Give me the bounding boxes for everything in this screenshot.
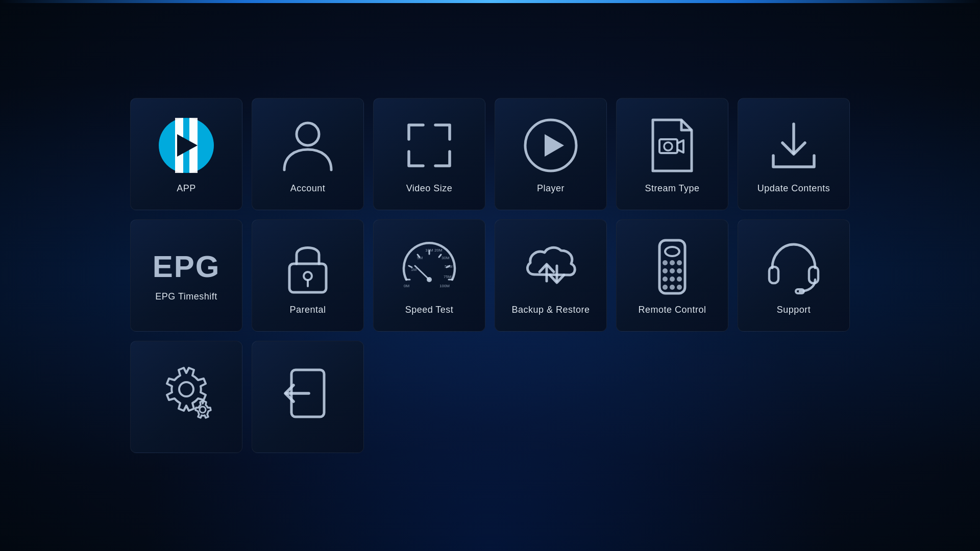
stream-type-label: Stream Type — [645, 183, 699, 194]
svg-text:1M: 1M — [411, 267, 416, 272]
tile-video-size[interactable]: Video Size — [373, 98, 485, 210]
svg-point-45 — [663, 277, 668, 282]
tile-epg-timeshift[interactable]: EPG EPG Timeshift — [130, 219, 242, 332]
svg-rect-14 — [289, 264, 326, 292]
tile-remote-control[interactable]: Remote Control — [616, 219, 728, 332]
tile-speed-test[interactable]: 0M 1M 5M 10M 20M 30M 50M 75M 100M Speed … — [373, 219, 485, 332]
exit-icon — [277, 363, 338, 424]
tile-settings[interactable] — [130, 341, 242, 453]
video-size-label: Video Size — [406, 183, 453, 194]
svg-text:10M: 10M — [425, 248, 433, 253]
video-size-icon — [399, 115, 460, 176]
player-icon — [520, 115, 581, 176]
svg-text:75M: 75M — [444, 274, 452, 279]
svg-point-41 — [677, 260, 682, 265]
tile-support[interactable]: Support — [738, 219, 850, 332]
svg-line-33 — [415, 266, 429, 280]
tile-stream-type[interactable]: Stream Type — [616, 98, 728, 210]
svg-text:5M: 5M — [417, 256, 423, 260]
svg-point-55 — [200, 407, 206, 413]
svg-point-12 — [664, 142, 672, 151]
settings-icon — [156, 363, 217, 424]
svg-point-48 — [663, 285, 668, 290]
svg-point-39 — [663, 260, 668, 265]
support-icon — [763, 236, 824, 297]
svg-point-15 — [304, 272, 312, 280]
tile-backup-restore[interactable]: Backup & Restore — [495, 219, 607, 332]
tile-exit[interactable] — [252, 341, 364, 453]
update-contents-icon — [763, 115, 824, 176]
main-grid: APP Account — [130, 98, 850, 453]
account-label: Account — [290, 183, 326, 194]
update-contents-label: Update Contents — [757, 183, 830, 194]
svg-text:0M: 0M — [404, 284, 409, 288]
app-label: APP — [177, 183, 196, 194]
svg-point-34 — [427, 277, 432, 282]
backup-restore-label: Backup & Restore — [511, 305, 590, 315]
epg-timeshift-label: EPG Timeshift — [155, 291, 217, 302]
svg-point-50 — [677, 285, 682, 290]
svg-text:20M: 20M — [434, 248, 443, 253]
svg-marker-10 — [545, 134, 564, 157]
speed-test-icon: 0M 1M 5M 10M 20M 30M 50M 75M 100M — [399, 236, 460, 297]
svg-text:30M: 30M — [442, 256, 450, 260]
svg-point-49 — [670, 285, 675, 290]
parental-label: Parental — [289, 305, 326, 315]
svg-point-44 — [677, 268, 682, 273]
player-label: Player — [537, 183, 565, 194]
svg-rect-52 — [809, 267, 818, 283]
stream-type-icon — [642, 115, 703, 176]
remote-control-icon — [642, 236, 703, 297]
epg-text-icon: EPG — [153, 249, 220, 284]
svg-point-46 — [670, 277, 675, 282]
tile-app[interactable]: APP — [130, 98, 242, 210]
svg-line-21 — [439, 255, 441, 257]
svg-text:50M: 50M — [445, 264, 453, 269]
svg-point-8 — [297, 123, 319, 145]
svg-text:100M: 100M — [439, 284, 450, 288]
app-icon — [156, 115, 217, 176]
svg-rect-51 — [769, 267, 778, 283]
support-label: Support — [777, 305, 811, 315]
svg-point-42 — [663, 268, 668, 273]
svg-point-47 — [677, 277, 682, 282]
backup-restore-icon — [520, 236, 581, 297]
speed-test-label: Speed Test — [405, 305, 454, 315]
svg-point-40 — [670, 260, 675, 265]
tile-account[interactable]: Account — [252, 98, 364, 210]
tile-player[interactable]: Player — [495, 98, 607, 210]
parental-icon — [277, 236, 338, 297]
tile-update-contents[interactable]: Update Contents — [738, 98, 850, 210]
svg-point-38 — [665, 247, 679, 256]
tile-parental[interactable]: Parental — [252, 219, 364, 332]
svg-point-54 — [179, 382, 193, 396]
remote-control-label: Remote Control — [638, 305, 706, 315]
svg-point-43 — [670, 268, 675, 273]
account-icon — [277, 115, 338, 176]
